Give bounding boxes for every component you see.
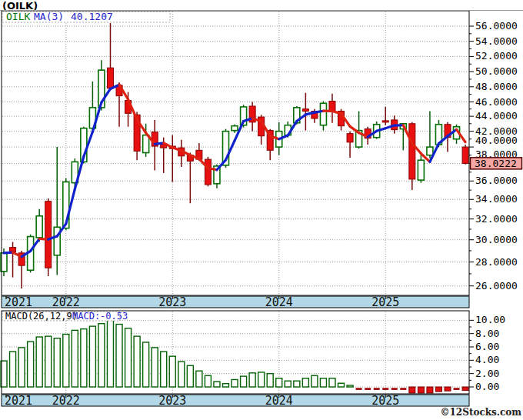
macd-bar-negative [409,387,415,393]
macd-bar [232,379,238,387]
macd-bar [320,378,326,387]
price-tick-label: 32.0000 [475,213,518,225]
macd-bar [285,381,291,387]
year-label: 2025 [371,394,399,408]
price-tick-label: 44.0000 [475,110,518,122]
macd-bar [36,337,42,387]
macd-bar [18,348,25,387]
ma-line-segment [315,111,324,112]
macd-bar [152,348,158,387]
ma-line-segment [4,252,13,253]
macd-bar-negative [418,387,424,393]
macd-bar-negative-dash [391,388,398,390]
macd-bar-negative [427,387,433,393]
macd-tick-label: 10.00 [475,314,505,325]
candle-body [302,109,308,112]
legend-ma-label: MA(3) [34,11,64,22]
macd-bar [169,356,175,387]
candle-body [143,135,149,153]
year-label: 2021 [5,295,32,309]
macd-bar [28,342,34,387]
macd-bar-negative [445,387,451,391]
candle-body [418,160,424,180]
macd-bar [329,378,335,387]
price-tick-label: 52.0000 [475,50,518,62]
price-tick-label: 28.0000 [475,256,518,268]
macd-bar-negative [435,387,441,392]
price-tick-label: 50.0000 [475,65,518,77]
macd-tick-label: 0.00 [475,381,499,392]
macd-bar [134,336,140,387]
price-panel [2,11,469,295]
macd-value-label: MACD:-0.53 [72,311,128,322]
price-tick-label: 30.0000 [475,234,518,245]
candle-body [45,202,52,268]
price-tick-label: 40.0000 [475,135,518,146]
macd-bar [294,381,300,387]
macd-bar-negative-dash [365,388,371,390]
macd-bar [311,375,318,387]
year-label: 2024 [265,394,293,408]
candle-body [427,147,433,155]
macd-bar [72,330,78,387]
ma-line-segment [39,238,48,239]
macd-bar [223,384,229,387]
candle-body [107,68,113,88]
price-tick-label: 34.0000 [475,193,518,205]
macd-bar [258,372,265,387]
ma-line-segment [208,168,217,170]
macd-bar [107,320,113,387]
macd-bar [10,352,16,387]
macd-bar [187,365,193,387]
macd-bar [302,378,308,387]
macd-bar [116,325,122,387]
macd-bar [98,324,105,387]
candle-body [320,103,326,125]
macd-bar [178,362,185,387]
macd-bar [81,329,87,387]
macd-bar [205,375,211,387]
candle-body [232,126,238,131]
year-label: 2022 [52,295,80,309]
macd-bar [214,382,220,387]
macd-indicator-label: MACD(26,12,9) [5,311,78,322]
macd-bar-negative-dash [382,388,388,390]
macd-bar [196,371,202,387]
legend-ma-value: 40.1207 [71,11,113,22]
price-tick-label: 46.0000 [475,96,518,108]
copyright-text: ©12Stocks.com [441,407,521,418]
macd-bar [267,374,273,387]
header-divider [0,10,523,11]
macd-bar-negative [462,387,468,391]
candle-body [36,216,42,238]
macd-tick-label: 4.00 [475,354,499,365]
macd-tick-label: 6.00 [475,341,499,352]
candle-body [382,121,388,122]
macd-bar [241,376,247,387]
macd-bar-negative-dash [400,388,406,390]
price-tick-label: 54.0000 [475,35,518,47]
price-tick-label: 56.0000 [475,20,518,32]
candle-body [409,124,415,179]
year-label: 2024 [265,295,293,309]
macd-bar [347,385,353,387]
price-tick-label: 26.0000 [475,280,518,292]
macd-bar [143,342,149,387]
chart-window: (OILK) OILKMA(3)40.1207MACD(26,12,9)MACD… [0,0,523,420]
candle-body [205,159,211,185]
price-macd-chart: OILKMA(3)40.1207MACD(26,12,9)MACD:-0.535… [0,0,523,420]
price-current-tag-value: 38.0222 [475,158,517,169]
macd-bar [45,336,52,387]
macd-bar [54,338,60,387]
price-tick-label: 36.0000 [475,175,518,186]
macd-bar [89,326,95,387]
legend-symbol: OILK [6,11,30,22]
macd-tick-label: 8.00 [475,328,499,339]
macd-bar [338,383,345,387]
candle-body [347,134,353,142]
macd-bar [161,352,167,387]
macd-bar-negative-dash [356,388,362,390]
ma-line-segment [155,143,164,144]
macd-bar [276,378,282,387]
candle-body [462,147,468,163]
